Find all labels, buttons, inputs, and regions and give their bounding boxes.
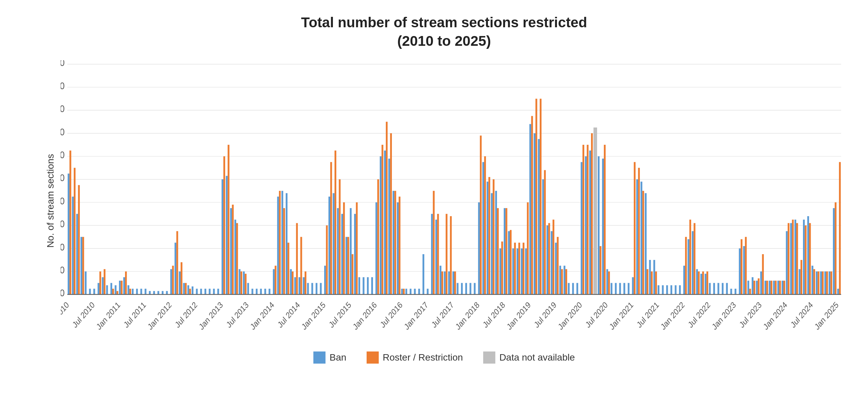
svg-rect-44 bbox=[123, 277, 125, 295]
svg-rect-204 bbox=[553, 220, 554, 295]
chart-title: Total number of stream sections restrict… bbox=[301, 13, 587, 50]
svg-rect-91 bbox=[269, 289, 270, 295]
svg-rect-171 bbox=[482, 162, 484, 295]
svg-rect-192 bbox=[527, 202, 529, 295]
svg-rect-28 bbox=[81, 237, 82, 295]
svg-rect-110 bbox=[316, 283, 317, 295]
svg-text:Jul 2018: Jul 2018 bbox=[481, 300, 506, 330]
svg-rect-235 bbox=[634, 162, 636, 295]
svg-rect-78 bbox=[230, 208, 232, 295]
svg-rect-352 bbox=[367, 351, 379, 364]
svg-rect-102 bbox=[294, 277, 296, 295]
svg-rect-289 bbox=[777, 281, 779, 295]
svg-rect-141 bbox=[394, 191, 396, 295]
svg-rect-152 bbox=[431, 214, 433, 294]
svg-rect-177 bbox=[495, 191, 497, 295]
svg-rect-147 bbox=[410, 289, 411, 295]
svg-rect-86 bbox=[247, 283, 249, 295]
svg-rect-299 bbox=[799, 269, 800, 295]
svg-rect-304 bbox=[809, 223, 811, 295]
svg-rect-285 bbox=[769, 281, 771, 295]
svg-rect-265 bbox=[713, 283, 715, 295]
svg-rect-263 bbox=[707, 271, 708, 294]
svg-rect-123 bbox=[347, 237, 349, 295]
svg-rect-188 bbox=[518, 243, 520, 295]
svg-rect-318 bbox=[839, 162, 841, 295]
svg-text:140: 140 bbox=[61, 126, 65, 137]
svg-rect-234 bbox=[632, 277, 634, 295]
svg-text:Jan 2013: Jan 2013 bbox=[197, 300, 224, 332]
svg-rect-298 bbox=[796, 223, 798, 295]
svg-rect-35 bbox=[102, 277, 103, 295]
svg-rect-267 bbox=[722, 283, 723, 295]
svg-rect-101 bbox=[292, 271, 293, 294]
svg-text:Jul 2023: Jul 2023 bbox=[738, 300, 763, 330]
svg-rect-81 bbox=[236, 223, 238, 295]
svg-rect-107 bbox=[305, 271, 306, 294]
svg-rect-184 bbox=[510, 230, 512, 295]
svg-rect-65 bbox=[187, 285, 189, 295]
svg-rect-118 bbox=[337, 208, 339, 295]
svg-rect-233 bbox=[628, 283, 629, 295]
svg-rect-187 bbox=[517, 248, 518, 295]
svg-rect-189 bbox=[521, 248, 523, 295]
svg-text:Jul 2014: Jul 2014 bbox=[276, 300, 301, 330]
svg-rect-246 bbox=[658, 285, 659, 295]
svg-text:200: 200 bbox=[61, 60, 65, 68]
svg-text:120: 120 bbox=[61, 149, 65, 160]
svg-rect-41 bbox=[117, 291, 118, 295]
svg-rect-165 bbox=[461, 283, 463, 295]
svg-text:Jul 2011: Jul 2011 bbox=[122, 300, 148, 330]
svg-rect-143 bbox=[399, 197, 400, 295]
svg-rect-208 bbox=[561, 269, 563, 295]
svg-rect-62 bbox=[181, 262, 182, 295]
svg-rect-167 bbox=[469, 283, 471, 295]
svg-rect-317 bbox=[837, 289, 839, 295]
svg-rect-193 bbox=[529, 124, 531, 295]
svg-rect-119 bbox=[339, 179, 340, 295]
svg-rect-251 bbox=[679, 285, 681, 295]
svg-rect-315 bbox=[833, 208, 835, 295]
svg-rect-33 bbox=[98, 283, 99, 295]
svg-rect-37 bbox=[106, 285, 108, 295]
svg-rect-43 bbox=[121, 281, 122, 295]
svg-rect-92 bbox=[273, 269, 275, 295]
svg-text:Jan 2012: Jan 2012 bbox=[146, 300, 173, 332]
svg-rect-163 bbox=[454, 271, 456, 294]
svg-rect-67 bbox=[192, 287, 193, 295]
chart-plot: 020406080100120140160180200Jan 2010Jul 2… bbox=[61, 60, 848, 341]
svg-rect-277 bbox=[752, 277, 753, 295]
svg-text:Jan 2019: Jan 2019 bbox=[505, 300, 532, 332]
svg-rect-291 bbox=[782, 281, 783, 295]
svg-rect-239 bbox=[642, 191, 644, 295]
svg-rect-108 bbox=[307, 283, 309, 295]
svg-rect-97 bbox=[283, 208, 285, 295]
svg-rect-169 bbox=[478, 202, 480, 295]
svg-rect-25 bbox=[74, 168, 75, 295]
svg-text:Jan 2025: Jan 2025 bbox=[813, 300, 840, 332]
svg-text:Jan 2011: Jan 2011 bbox=[95, 300, 122, 332]
svg-rect-74 bbox=[222, 179, 223, 295]
svg-rect-80 bbox=[235, 220, 236, 295]
svg-rect-121 bbox=[343, 202, 345, 295]
svg-rect-120 bbox=[341, 214, 343, 294]
svg-rect-178 bbox=[497, 208, 499, 295]
svg-rect-84 bbox=[243, 271, 245, 294]
svg-rect-214 bbox=[581, 162, 582, 295]
svg-rect-297 bbox=[795, 220, 796, 295]
svg-rect-90 bbox=[264, 289, 266, 295]
svg-rect-23 bbox=[69, 150, 71, 295]
svg-rect-212 bbox=[572, 283, 574, 295]
legend-item-roster: Roster / Restriction bbox=[367, 351, 463, 364]
svg-rect-213 bbox=[577, 283, 578, 295]
svg-rect-232 bbox=[623, 283, 625, 295]
svg-rect-244 bbox=[653, 260, 655, 295]
svg-rect-302 bbox=[805, 226, 806, 295]
svg-rect-105 bbox=[300, 237, 302, 295]
svg-rect-353 bbox=[483, 351, 495, 364]
svg-rect-96 bbox=[281, 191, 283, 295]
svg-rect-145 bbox=[403, 289, 405, 295]
svg-rect-153 bbox=[433, 191, 435, 295]
svg-text:Jul 2010: Jul 2010 bbox=[71, 300, 96, 330]
svg-rect-70 bbox=[205, 289, 206, 295]
